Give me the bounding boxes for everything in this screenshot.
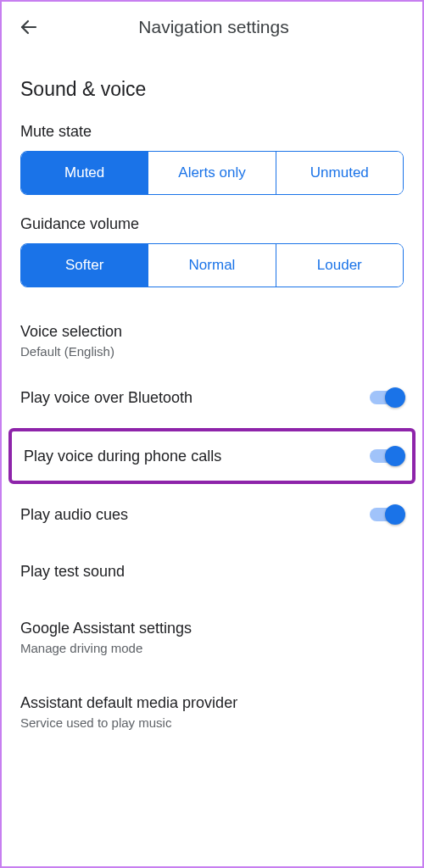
seg-unmuted[interactable]: Unmuted [276, 152, 403, 194]
row-play-audio-cues[interactable]: Play audio cues [20, 486, 404, 543]
media-provider-title: Assistant default media provider [20, 694, 237, 712]
voice-selection-sub: Default (English) [20, 344, 122, 359]
row-voice-selection[interactable]: Voice selection Default (English) [20, 308, 404, 369]
guidance-volume-label: Guidance volume [20, 215, 404, 233]
mute-state-group: Muted Alerts only Unmuted [20, 151, 404, 195]
during-calls-title: Play voice during phone calls [24, 448, 221, 465]
seg-normal[interactable]: Normal [148, 244, 275, 287]
row-assistant-default-media-provider[interactable]: Assistant default media provider Service… [20, 675, 404, 730]
row-google-assistant-settings[interactable]: Google Assistant settings Manage driving… [20, 600, 404, 675]
guidance-volume-group: Softer Normal Louder [20, 243, 404, 287]
header: Navigation settings [2, 2, 422, 46]
voice-selection-title: Voice selection [20, 323, 122, 341]
media-provider-sub: Service used to play music [20, 715, 237, 730]
back-arrow-icon[interactable] [19, 17, 39, 37]
toggle-bluetooth[interactable] [370, 388, 404, 407]
seg-softer[interactable]: Softer [21, 244, 148, 287]
seg-louder[interactable]: Louder [276, 244, 403, 287]
assistant-settings-sub: Manage driving mode [20, 641, 192, 655]
test-sound-title: Play test sound [20, 563, 125, 581]
row-play-voice-during-calls[interactable]: Play voice during phone calls [8, 428, 416, 484]
bluetooth-title: Play voice over Bluetooth [20, 389, 192, 407]
mute-state-label: Mute state [20, 123, 404, 141]
audio-cues-title: Play audio cues [20, 506, 128, 524]
seg-alerts-only[interactable]: Alerts only [148, 152, 275, 194]
section-sound-voice: Sound & voice [20, 78, 404, 101]
assistant-settings-title: Google Assistant settings [20, 620, 192, 637]
toggle-audio-cues[interactable] [370, 505, 404, 524]
row-play-test-sound[interactable]: Play test sound [20, 543, 404, 600]
row-play-voice-bluetooth[interactable]: Play voice over Bluetooth [20, 369, 404, 426]
toggle-during-calls[interactable] [370, 447, 404, 465]
page-title: Navigation settings [39, 17, 409, 37]
seg-muted[interactable]: Muted [21, 152, 148, 194]
